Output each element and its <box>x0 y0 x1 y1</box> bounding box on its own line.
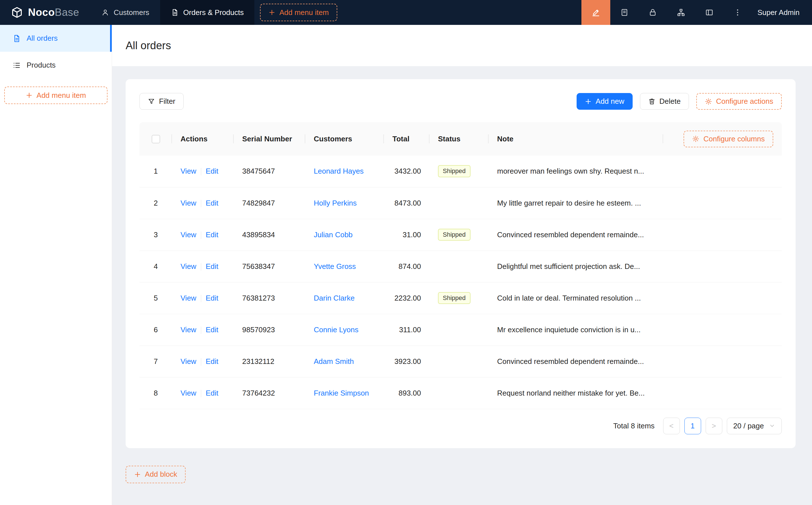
table-row: 4 ViewEdit 75638347 Yvette Gross 874.00 … <box>139 250 782 282</box>
sidebar: All orders Products Add menu item <box>0 25 112 505</box>
pagination-next-button[interactable]: > <box>706 417 722 434</box>
edit-link[interactable]: Edit <box>206 167 219 175</box>
orders-table-block: Filter Add new De <box>126 79 796 448</box>
total-cell: 874.00 <box>384 250 429 282</box>
table-row: 6 ViewEdit 98570923 Connie Lyons 311.00 … <box>139 314 782 346</box>
view-link[interactable]: View <box>180 325 196 334</box>
edit-link[interactable]: Edit <box>206 325 219 334</box>
gear-icon <box>692 135 699 143</box>
header-menu: Customers Orders & Products Add menu ite… <box>91 0 337 25</box>
divider <box>201 200 201 207</box>
apartment-icon <box>677 8 685 17</box>
divider <box>201 168 201 175</box>
total-cell: 3432.00 <box>384 156 429 187</box>
view-link[interactable]: View <box>180 167 196 175</box>
divider <box>201 327 201 334</box>
edit-link[interactable]: Edit <box>206 294 219 302</box>
header-actions: Super Admin <box>581 0 812 25</box>
view-link[interactable]: View <box>180 230 196 239</box>
view-link[interactable]: View <box>180 389 196 397</box>
row-index: 2 <box>154 199 158 207</box>
configure-actions-button[interactable]: Configure actions <box>696 93 782 110</box>
file-table-icon <box>171 8 179 16</box>
serial-number-cell: 74829847 <box>234 187 305 219</box>
plugins-button[interactable] <box>667 0 695 25</box>
app-logo[interactable]: NocoBase <box>0 0 91 25</box>
customer-link[interactable]: Yvette Gross <box>314 262 356 271</box>
note-cell: moreover man feelings own shy. Request n… <box>489 156 663 187</box>
table-row: 1 ViewEdit 38475647 Leonard Hayes 3432.0… <box>139 156 782 187</box>
edit-link[interactable]: Edit <box>206 199 219 207</box>
pagination-total: Total 8 items <box>614 422 655 431</box>
pagination-page-1[interactable]: 1 <box>684 417 701 434</box>
view-link[interactable]: View <box>180 199 196 207</box>
sidebar-item-all-orders[interactable]: All orders <box>0 25 112 52</box>
trash-icon <box>648 98 656 105</box>
serial-number-cell: 38475647 <box>234 156 305 187</box>
note-cell: My little garret repair to desire he est… <box>489 187 663 219</box>
total-cell: 2232.00 <box>384 282 429 314</box>
more-button[interactable] <box>723 0 752 25</box>
view-link[interactable]: View <box>180 357 196 366</box>
sidebar-item-label: Products <box>27 61 56 69</box>
configure-columns-button[interactable]: Configure columns <box>684 131 773 147</box>
edit-link[interactable]: Edit <box>206 230 219 239</box>
add-new-button[interactable]: Add new <box>577 93 632 110</box>
edit-link[interactable]: Edit <box>206 262 219 271</box>
add-block-button[interactable]: Add block <box>126 466 185 483</box>
column-header-status: Status <box>429 122 489 156</box>
customer-link[interactable]: Leonard Hayes <box>314 167 364 175</box>
row-index: 8 <box>154 389 158 397</box>
filter-button[interactable]: Filter <box>139 93 184 110</box>
total-cell: 3923.00 <box>384 346 429 377</box>
layout-icon <box>705 8 713 17</box>
customer-link[interactable]: Connie Lyons <box>314 325 359 334</box>
add-menu-item-button[interactable]: Add menu item <box>260 4 337 21</box>
divider <box>201 358 201 366</box>
customer-link[interactable]: Julian Cobb <box>314 230 353 239</box>
edit-link[interactable]: Edit <box>206 357 219 366</box>
tab-orders-products[interactable]: Orders & Products <box>160 0 255 25</box>
table-row: 5 ViewEdit 76381273 Darin Clarke 2232.00… <box>139 282 782 314</box>
layout-button[interactable] <box>695 0 723 25</box>
serial-number-cell: 98570923 <box>234 314 305 346</box>
row-index: 5 <box>154 294 158 302</box>
customer-link[interactable]: Darin Clarke <box>314 294 355 302</box>
total-cell: 31.00 <box>384 219 429 250</box>
auth-button[interactable] <box>639 0 667 25</box>
edit-link[interactable]: Edit <box>206 389 219 397</box>
ui-editor-button[interactable] <box>581 0 610 25</box>
nocobase-logo-icon <box>10 6 23 19</box>
column-header-actions: Actions <box>172 122 234 156</box>
divider <box>201 263 201 271</box>
serial-number-cell: 23132112 <box>234 346 305 377</box>
docs-button[interactable] <box>610 0 639 25</box>
column-header-customers: Customers <box>305 122 384 156</box>
divider <box>201 390 201 397</box>
page-title: All orders <box>126 40 171 52</box>
row-index: 6 <box>154 325 158 334</box>
view-link[interactable]: View <box>180 262 196 271</box>
view-link[interactable]: View <box>180 294 196 302</box>
divider <box>201 231 201 239</box>
delete-button[interactable]: Delete <box>640 93 689 110</box>
tab-customers[interactable]: Customers <box>91 0 160 25</box>
chevron-down-icon <box>769 423 775 429</box>
status-badge: Shipped <box>438 165 470 177</box>
sidebar-item-products[interactable]: Products <box>0 52 112 78</box>
sidebar-add-menu-item-button[interactable]: Add menu item <box>4 87 108 104</box>
customer-link[interactable]: Holly Perkins <box>314 199 357 207</box>
note-cell: Request norland neither mistake for yet.… <box>489 377 663 409</box>
select-all-checkbox[interactable] <box>152 135 160 143</box>
file-icon <box>12 34 21 43</box>
customer-link[interactable]: Adam Smith <box>314 357 354 366</box>
pagination-prev-button[interactable]: < <box>663 417 680 434</box>
page-size-select[interactable]: 20 / page <box>727 417 782 434</box>
total-cell: 8473.00 <box>384 187 429 219</box>
table-row: 3 ViewEdit 43895834 Julian Cobb 31.00 Sh… <box>139 219 782 250</box>
status-badge: Shipped <box>438 292 470 304</box>
plus-icon <box>269 9 275 16</box>
customer-link[interactable]: Frankie Simpson <box>314 389 369 397</box>
ellipsis-vertical-icon <box>733 8 742 17</box>
user-menu[interactable]: Super Admin <box>752 0 812 25</box>
